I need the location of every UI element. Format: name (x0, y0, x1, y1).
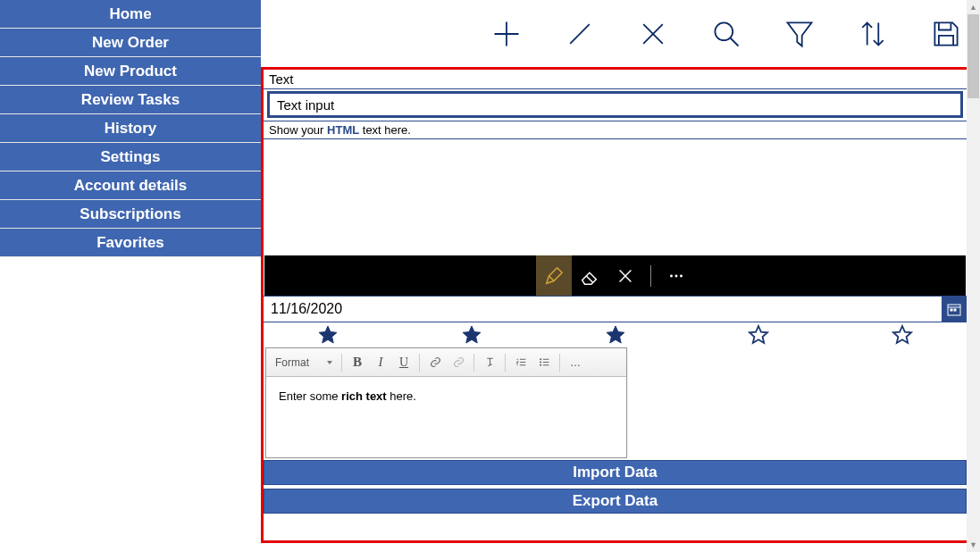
sidebar-item-history[interactable]: History (0, 114, 261, 143)
rte-sep (505, 354, 506, 372)
rte-list-ul[interactable] (532, 352, 556, 373)
html-hint: Show your HTML text here. (264, 121, 967, 139)
content-panel: Text Show your HTML text here. (261, 67, 969, 543)
rte-body-bold: rich text (341, 389, 387, 403)
star-4[interactable] (748, 324, 769, 346)
top-toolbar (261, 0, 980, 67)
rte-italic[interactable]: I (369, 352, 392, 373)
sidebar-item-home[interactable]: Home (0, 0, 261, 29)
add-icon[interactable] (489, 16, 524, 52)
star-5[interactable] (892, 324, 913, 346)
scroll-up-arrow[interactable]: ▲ (967, 0, 980, 14)
sidebar-item-account-details[interactable]: Account details (0, 171, 261, 200)
rte-toolbar: Format B I U (266, 348, 626, 377)
rte-body-pre: Enter some (279, 389, 341, 403)
star-1[interactable] (317, 324, 339, 346)
import-data-button[interactable]: Import Data (264, 460, 967, 485)
svg-point-3 (680, 274, 683, 277)
scroll-down-arrow[interactable]: ▼ (967, 538, 980, 552)
bottom-buttons: Import Data Export Data (264, 460, 967, 514)
html-hint-post: text here. (359, 123, 411, 137)
rte-clear-format[interactable] (478, 352, 501, 373)
rte-more[interactable]: … (564, 352, 587, 373)
star-3[interactable] (605, 324, 626, 346)
text-label: Text (264, 70, 967, 89)
rte-sep (473, 354, 474, 372)
calendar-button[interactable] (942, 297, 967, 322)
filter-icon[interactable] (782, 16, 817, 52)
more-signature-options[interactable] (658, 255, 694, 296)
rte-underline[interactable]: U (392, 352, 415, 373)
rte-link[interactable] (423, 352, 447, 373)
text-input[interactable] (267, 91, 963, 118)
rating-control[interactable] (264, 322, 967, 347)
pen-tool[interactable] (536, 255, 572, 296)
rte-format-dropdown[interactable]: Format (270, 352, 338, 373)
search-icon[interactable] (708, 16, 744, 52)
date-row (264, 296, 967, 322)
html-hint-pre: Show your (269, 123, 327, 137)
svg-rect-5 (951, 309, 952, 311)
svg-point-9 (540, 364, 540, 365)
sidebar-item-subscriptions[interactable]: Subscriptions (0, 200, 261, 229)
rte-bold[interactable]: B (346, 352, 369, 373)
rte-unlink[interactable] (447, 352, 470, 373)
svg-point-7 (540, 359, 540, 360)
star-2[interactable] (461, 324, 482, 346)
sidebar-item-review-tasks[interactable]: Review Tasks (0, 86, 261, 114)
svg-point-2 (675, 274, 678, 277)
signature-toolbar (264, 255, 966, 296)
sidebar-item-new-order[interactable]: New Order (0, 29, 261, 57)
scroll-thumb[interactable] (967, 14, 979, 98)
close-icon[interactable] (635, 16, 671, 52)
sidebar-item-favorites[interactable]: Favorites (0, 229, 261, 257)
vertical-scrollbar[interactable]: ▲ ▼ (967, 0, 980, 552)
sidebar-item-settings[interactable]: Settings (0, 143, 261, 171)
svg-point-8 (540, 362, 540, 363)
rte-sep (559, 354, 560, 372)
sidebar: Home New Order New Product Review Tasks … (0, 0, 261, 552)
edit-icon[interactable] (562, 16, 598, 52)
save-icon[interactable] (928, 16, 964, 52)
export-data-button[interactable]: Export Data (264, 489, 967, 514)
html-hint-link[interactable]: HTML (327, 123, 359, 137)
svg-point-1 (670, 274, 673, 277)
rte-sep (341, 354, 342, 372)
rich-text-editor: Format B I U (265, 347, 627, 458)
rte-list-ol[interactable] (509, 352, 532, 373)
rte-sep (419, 354, 420, 372)
sort-icon[interactable] (855, 16, 891, 52)
sidebar-item-new-product[interactable]: New Product (0, 57, 261, 86)
signature-divider (650, 265, 651, 287)
svg-point-0 (715, 22, 733, 40)
eraser-tool[interactable] (572, 255, 607, 296)
clear-signature[interactable] (607, 255, 643, 296)
html-preview-area (264, 139, 967, 255)
rte-body-post: here. (387, 389, 416, 403)
svg-rect-6 (954, 309, 956, 311)
rte-body[interactable]: Enter some rich text here. (266, 377, 626, 457)
date-input[interactable] (264, 297, 942, 322)
